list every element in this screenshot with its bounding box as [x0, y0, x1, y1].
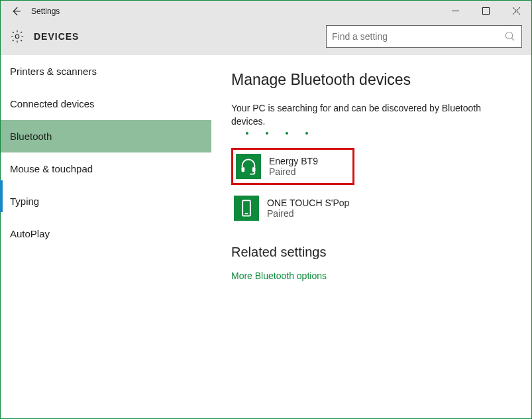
device-name: Energy BT9	[269, 156, 318, 166]
device-item-one-touch-spop[interactable]: ONE TOUCH S'Pop Paired	[231, 192, 354, 225]
sidebar-item-mouse-touchpad[interactable]: Mouse & touchpad	[1, 152, 211, 185]
titlebar: Settings DEVICES	[1, 1, 531, 55]
sidebar-item-label: AutoPlay	[10, 228, 50, 239]
sidebar-item-label: Typing	[10, 196, 39, 207]
device-name: ONE TOUCH S'Pop	[267, 198, 349, 208]
arrow-left-icon	[10, 5, 22, 17]
sidebar-item-connected-devices[interactable]: Connected devices	[1, 88, 211, 120]
sidebar-item-label: Mouse & touchpad	[10, 163, 93, 174]
window-controls	[440, 1, 531, 21]
device-status: Paired	[269, 166, 318, 177]
search-icon	[504, 30, 516, 42]
main-panel: Manage Bluetooth devices Your PC is sear…	[211, 55, 531, 418]
svg-point-4	[15, 34, 19, 38]
searching-indicator	[246, 132, 511, 135]
related-settings-heading: Related settings	[231, 245, 511, 260]
device-text: ONE TOUCH S'Pop Paired	[267, 198, 349, 219]
headset-icon	[236, 154, 261, 179]
svg-rect-7	[242, 167, 245, 172]
svg-line-6	[511, 38, 514, 40]
sidebar-item-label: Connected devices	[10, 98, 95, 109]
svg-rect-1	[482, 7, 489, 14]
minimize-icon	[452, 7, 459, 15]
search-input[interactable]	[332, 31, 504, 42]
sidebar-item-autoplay[interactable]: AutoPlay	[1, 217, 211, 250]
progress-dot	[286, 132, 288, 135]
device-status: Paired	[267, 208, 349, 219]
window-title: Settings	[31, 7, 60, 16]
sidebar: Printers & scanners Connected devices Bl…	[1, 55, 211, 418]
back-button[interactable]	[1, 1, 31, 22]
svg-rect-8	[252, 167, 256, 172]
sidebar-item-label: Bluetooth	[10, 131, 52, 142]
more-bluetooth-options-link[interactable]: More Bluetooth options	[231, 270, 511, 281]
close-button[interactable]	[501, 1, 531, 21]
progress-dot	[305, 132, 308, 135]
page-heading: Manage Bluetooth devices	[231, 71, 511, 89]
device-text: Energy BT9 Paired	[269, 156, 318, 177]
titlebar-top: Settings	[1, 1, 531, 22]
svg-point-5	[505, 32, 513, 39]
gear-icon	[10, 29, 25, 44]
search-box[interactable]	[326, 25, 522, 48]
sidebar-item-printers-scanners[interactable]: Printers & scanners	[1, 55, 211, 88]
progress-dot	[246, 132, 248, 135]
section-title: DEVICES	[34, 31, 79, 42]
settings-window: Settings DEVICES	[0, 0, 532, 419]
device-item-energy-bt9[interactable]: Energy BT9 Paired	[231, 148, 354, 185]
sidebar-item-label: Printers & scanners	[10, 66, 97, 77]
maximize-button[interactable]	[470, 1, 501, 21]
progress-dot	[266, 132, 268, 135]
maximize-icon	[482, 7, 490, 15]
sidebar-item-bluetooth[interactable]: Bluetooth	[1, 120, 211, 152]
window-accent-strip	[0, 180, 3, 212]
phone-icon	[234, 196, 259, 221]
sidebar-item-typing[interactable]: Typing	[1, 185, 211, 217]
close-icon	[513, 7, 520, 15]
app-body: Printers & scanners Connected devices Bl…	[1, 55, 531, 418]
titlebar-bottom: DEVICES	[1, 22, 531, 55]
search-status-text: Your PC is searching for and can be disc…	[231, 102, 511, 128]
minimize-button[interactable]	[440, 1, 470, 21]
